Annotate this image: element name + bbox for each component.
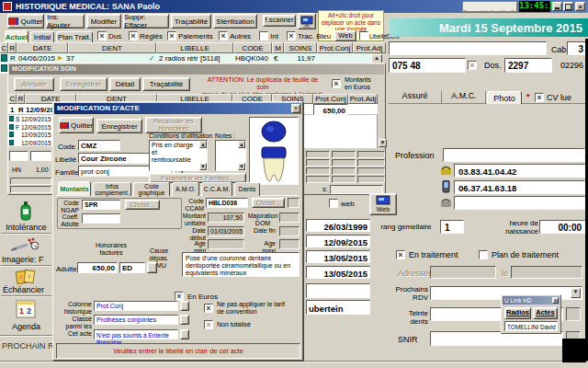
actes-button[interactable]: Actes xyxy=(533,307,558,319)
radios-button[interactable]: Radios xyxy=(504,307,531,319)
adulte-browse-button[interactable] xyxy=(147,262,157,273)
acte-enregistrer-button[interactable]: Enregistrer xyxy=(96,119,142,133)
close-button[interactable]: × xyxy=(575,2,585,11)
checkbox-regles[interactable] xyxy=(129,31,138,40)
checkbox-en-traitement[interactable] xyxy=(396,250,405,259)
date-field-3[interactable]: 13/05/2015 xyxy=(306,250,370,263)
web-small-button[interactable]: Web xyxy=(334,30,356,41)
conditions-listbox[interactable]: Pris en charge et remboursable ▲ ▼ xyxy=(149,140,208,171)
checkbox-plan-traitement[interactable] xyxy=(479,250,488,259)
checkbox-montants-euros[interactable] xyxy=(332,79,341,88)
date-field-4[interactable]: 13/05/2015 xyxy=(306,266,370,279)
list-item[interactable]: F 12/09/2015 xyxy=(8,123,53,132)
hidden-field-1[interactable] xyxy=(306,283,370,298)
tracabilite-button[interactable]: Traçabilité xyxy=(171,14,211,29)
checkbox-non-totalise[interactable] xyxy=(204,320,213,329)
cab-field[interactable]: 3 xyxy=(567,41,586,55)
ed-field[interactable]: ED xyxy=(119,262,145,273)
checkbox-ne-pas-appliquer[interactable] xyxy=(204,304,213,313)
web-button[interactable]: Web xyxy=(369,193,397,215)
col-dent[interactable]: DENT xyxy=(68,42,156,53)
dropdown-button[interactable]: ▼ xyxy=(571,288,581,298)
col-m[interactable]: M xyxy=(272,42,284,53)
scroll-up-button[interactable]: ▲ xyxy=(238,141,245,148)
sidebar-item-imagerie[interactable]: Imagerie: F xyxy=(2,255,52,264)
soin-titlebar[interactable]: MODIFICATION SOIN xyxy=(9,64,384,75)
acte-quitter-button[interactable]: Quitter xyxy=(59,117,94,133)
checkbox-libelledent[interactable] xyxy=(359,31,368,40)
col-soins[interactable]: SOINS xyxy=(284,42,317,53)
rang-field[interactable]: 1 xyxy=(440,220,464,234)
modifier-button[interactable]: Modifier xyxy=(86,14,121,29)
tab-ccam[interactable]: C.C.A.M. xyxy=(201,182,232,196)
classe-parmi-field[interactable]: Prothèses conjointes xyxy=(94,315,178,325)
tab-photo[interactable]: Photo xyxy=(487,91,522,104)
checkbox-int[interactable] xyxy=(259,31,268,40)
checkbox-dus[interactable] xyxy=(97,31,107,40)
link-jule[interactable]: //www.jule.h xyxy=(463,9,495,12)
checkbox-dossier[interactable] xyxy=(468,61,477,70)
list-item[interactable]: 12/09/2015 xyxy=(8,131,53,139)
list-item[interactable]: S 12/09/2015 xyxy=(8,115,53,123)
adulte-field[interactable]: 650,00 xyxy=(77,262,118,273)
minimize-button[interactable] xyxy=(552,2,562,11)
dos-field[interactable]: 2297 xyxy=(504,58,552,73)
num-field[interactable]: 075 48 xyxy=(389,58,466,73)
coeff-field[interactable] xyxy=(82,213,120,224)
tab-initial[interactable]: Initial xyxy=(30,31,54,42)
col-code[interactable]: CODE xyxy=(233,42,272,53)
soin-left-field-1[interactable] xyxy=(9,151,28,161)
ajouter-button[interactable]: Ins: Ajouter xyxy=(46,14,85,29)
restore-button[interactable] xyxy=(563,2,573,11)
tab-dents[interactable]: Dents xyxy=(234,182,260,196)
sidebar-item-intolerance[interactable]: Intolérance xyxy=(0,223,52,232)
list-item[interactable]: 12/09/2015 xyxy=(8,139,53,147)
profession-field[interactable] xyxy=(443,148,585,162)
colonne-historique-field[interactable]: Prot.Conj xyxy=(94,301,178,311)
col-c[interactable]: C xyxy=(0,42,8,53)
ccam-field[interactable]: HBLD036 xyxy=(206,198,248,208)
checkbox-paiements[interactable] xyxy=(167,31,176,40)
col-protconj[interactable]: Prot.Conj xyxy=(317,42,353,53)
name-fragment-field[interactable]: ubertein xyxy=(306,300,370,315)
checkbox-autres[interactable] xyxy=(219,31,228,40)
quitter-button[interactable]: Quitter xyxy=(7,14,44,29)
cet-acte-browse-button[interactable] xyxy=(180,329,189,339)
sidebar-item-agenda[interactable]: Agenda xyxy=(0,322,52,331)
ulink-close-button[interactable]: × xyxy=(552,297,559,304)
scroll-down-button[interactable]: ▼ xyxy=(238,163,245,170)
code-field[interactable]: CMZ xyxy=(78,140,120,151)
soin-tracabilite-button[interactable]: Traçabilité xyxy=(142,77,190,91)
sidebar-item-echeancier[interactable]: Échéancier xyxy=(3,285,52,294)
classe-browse-button[interactable] xyxy=(180,315,189,325)
col-protadj[interactable]: Prot.Adj xyxy=(353,42,386,53)
checkbox-trac-bleu[interactable] xyxy=(287,31,296,40)
colonne-browse-button[interactable] xyxy=(180,301,189,311)
effacer-button[interactable]: Suppr: Effacer xyxy=(123,14,169,29)
sterilisation-button[interactable]: Stérilisation xyxy=(213,14,257,29)
cet-acte-field[interactable]: N'est pas soumis à Entente Préalable xyxy=(94,329,178,339)
tab-code-graphique[interactable]: Code graphique xyxy=(133,182,170,196)
phone-field-2[interactable]: 06.37.41.63.18 xyxy=(454,180,585,194)
checkbox-web[interactable] xyxy=(329,199,338,208)
soin-left-field-2[interactable] xyxy=(30,151,51,161)
col-date[interactable]: DATE xyxy=(17,42,68,53)
scroll-down-button[interactable]: ▼ xyxy=(379,139,387,147)
tab-infos-complement[interactable]: Infos complément. xyxy=(93,182,131,196)
soin-detail-button[interactable]: Détail xyxy=(109,77,141,91)
scroll-down-button[interactable]: ▼ xyxy=(199,163,207,170)
tab-actuel[interactable]: Actuel xyxy=(5,30,28,42)
tab-amc[interactable]: A.M.C. xyxy=(443,91,486,103)
patient-name-field[interactable] xyxy=(389,41,547,55)
notes-listbox[interactable]: ▲ ▼ xyxy=(215,140,246,171)
heure-field[interactable]: 00:00 xyxy=(539,220,585,234)
date-field-2[interactable]: 12/09/2015 xyxy=(306,235,370,247)
col-libelle[interactable]: LIBELLE xyxy=(156,42,233,53)
tab-montants[interactable]: Montants xyxy=(58,181,91,196)
checkbox-cv-lue[interactable] xyxy=(535,93,544,102)
scroll-up-button[interactable]: ▲ xyxy=(199,141,207,148)
tab-amo[interactable]: A.M.O. xyxy=(172,182,199,196)
link-http[interactable]: http://www.jul xyxy=(499,9,517,12)
acte-close-button[interactable]: × xyxy=(291,104,300,113)
tab-assure[interactable]: Assuré xyxy=(389,91,442,103)
